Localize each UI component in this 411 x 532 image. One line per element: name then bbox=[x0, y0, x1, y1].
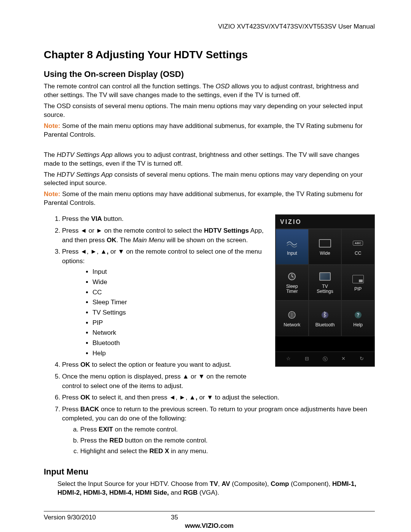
sub-a: Press EXIT on the remote control. bbox=[80, 425, 375, 435]
osd-label: TV Settings bbox=[317, 284, 333, 294]
osd-label: CC bbox=[355, 251, 361, 256]
note-2: Note: Some of the main menu options may … bbox=[44, 190, 375, 208]
steps-list: Press the VIA button. Press ◄ or ► on th… bbox=[44, 214, 264, 391]
footer: Version 9/30/2010 35 bbox=[44, 511, 375, 521]
menu-options-list: Input Wide CC Sleep Timer TV Settings PI… bbox=[62, 267, 264, 358]
clock-icon bbox=[285, 271, 299, 282]
step-3: Press ◄, ►, ▲, or ▼ on the remote contro… bbox=[62, 247, 264, 358]
menu-opt: PIP bbox=[92, 318, 264, 328]
section-input-menu-title: Input Menu bbox=[44, 467, 375, 477]
para-1: The remote control can control all the f… bbox=[44, 82, 375, 100]
osd-tile-tvsettings: TV Settings bbox=[309, 265, 342, 300]
para-3: The HDTV Settings App allows you to adju… bbox=[44, 151, 375, 168]
footer-page-number: 35 bbox=[171, 514, 178, 521]
osd-screenshot: VIZIO Input Wide ABC CC bbox=[275, 214, 375, 367]
osd-label: Wide bbox=[320, 251, 330, 256]
osd-label: Input bbox=[287, 251, 297, 256]
v-icon: Ⓥ bbox=[323, 356, 328, 363]
bluetooth-icon bbox=[318, 310, 332, 320]
menu-opt: Network bbox=[92, 328, 264, 338]
input-menu-body: Select the Input Source for your HDTV. C… bbox=[44, 480, 375, 497]
osd-tile-cc: ABC CC bbox=[341, 229, 374, 265]
sub-c: Highlight and select the RED X in any me… bbox=[80, 447, 375, 456]
osd-label: Help bbox=[353, 323, 363, 328]
section-osd-title: Using the On-screen Display (OSD) bbox=[44, 69, 375, 79]
note-label: Note: bbox=[44, 190, 60, 198]
menu-opt: Input bbox=[92, 267, 264, 277]
step-7: Press BACK once to return to the previou… bbox=[62, 405, 375, 456]
osd-tile-pip: PIP bbox=[341, 265, 374, 300]
osd-label: Bluetooth bbox=[315, 323, 335, 328]
sub-steps: Press EXIT on the remote control. Press … bbox=[62, 425, 375, 456]
manual-page: VIZIO XVT423SV/XVT473SV/XVT553SV User Ma… bbox=[0, 0, 411, 532]
osd-tile-bluetooth: Bluetooth bbox=[309, 300, 342, 336]
step-6: Press OK to select it, and then press ◄,… bbox=[62, 393, 375, 403]
footer-url: www.VIZIO.com bbox=[44, 522, 375, 530]
step-1: Press the VIA button. bbox=[62, 214, 264, 224]
steps-list-continued: Press OK to select it, and then press ◄,… bbox=[44, 393, 375, 456]
chapter-title: Chapter 8 Adjusting Your HDTV Settings bbox=[44, 49, 375, 61]
svg-text:?: ? bbox=[357, 312, 359, 318]
osd-tile-network: Network bbox=[276, 300, 309, 336]
step-2: Press ◄ or ► on the remote control to se… bbox=[62, 226, 264, 245]
wide-icon bbox=[318, 238, 332, 249]
help-icon: ? bbox=[351, 310, 365, 320]
globe-icon bbox=[285, 310, 299, 320]
pip-icon bbox=[351, 274, 365, 284]
osd-brand: VIZIO bbox=[276, 215, 374, 229]
para-2: The OSD consists of several menu options… bbox=[44, 102, 375, 120]
menu-opt: TV Settings bbox=[92, 308, 264, 318]
tv-icon bbox=[318, 271, 332, 282]
menu-opt: Bluetooth bbox=[92, 339, 264, 348]
sub-b: Press the RED button on the remote contr… bbox=[80, 436, 375, 446]
box-icon: ⊟ bbox=[305, 356, 309, 363]
osd-tile-sleep: Sleep Timer bbox=[276, 265, 309, 300]
close-icon: ✕ bbox=[341, 356, 346, 363]
note-1: Note: Some of the main menu options may … bbox=[44, 122, 375, 139]
para-4: The HDTV Settings App consists of severa… bbox=[44, 171, 375, 188]
cc-icon: ABC bbox=[351, 238, 365, 249]
refresh-icon: ↻ bbox=[360, 356, 364, 363]
step-4: Press OK to select the option or feature… bbox=[62, 360, 264, 370]
osd-tile-wide: Wide bbox=[309, 229, 342, 265]
menu-opt: Wide bbox=[92, 278, 264, 287]
note-label: Note: bbox=[44, 122, 60, 129]
step-5: Once the menu option is displayed, press… bbox=[62, 372, 264, 391]
osd-bottom-bar: ☆ ⊟ Ⓥ ✕ ↻ bbox=[276, 351, 374, 366]
menu-opt: CC bbox=[92, 288, 264, 297]
osd-tile-help: ? Help bbox=[341, 300, 374, 336]
input-icon bbox=[285, 238, 299, 249]
menu-opt: Help bbox=[92, 349, 264, 358]
header-product-line: VIZIO XVT423SV/XVT473SV/XVT553SV User Ma… bbox=[44, 23, 375, 30]
menu-opt: Sleep Timer bbox=[92, 298, 264, 307]
footer-version: Version 9/30/2010 bbox=[44, 514, 96, 521]
osd-tile-input: Input bbox=[276, 229, 309, 265]
osd-label: Network bbox=[284, 323, 300, 328]
osd-label: PIP bbox=[354, 287, 362, 292]
osd-label: Sleep Timer bbox=[286, 284, 298, 294]
star-icon: ☆ bbox=[286, 356, 291, 363]
